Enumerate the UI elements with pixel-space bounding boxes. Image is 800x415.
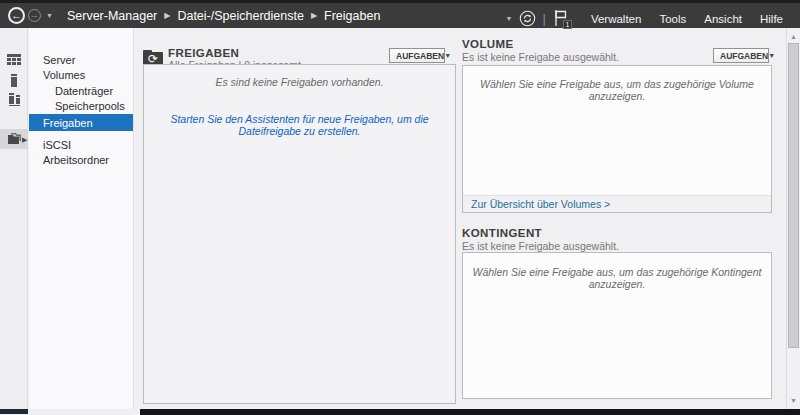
sidebar-item-volumes[interactable]: Volumes [29, 68, 133, 84]
breadcrumb-section[interactable]: Datei-/Speicherdienste [177, 9, 303, 23]
scroll-up-icon[interactable]: ▲ [787, 30, 800, 43]
quota-panel-title: KONTINGENT [462, 227, 542, 239]
sidebar-item-iscsi[interactable]: iSCSI [29, 137, 133, 153]
new-share-wizard-link[interactable]: Starten Sie den Assistenten für neue Fre… [144, 113, 455, 137]
toolbar-divider: | [543, 11, 546, 26]
dashboard-icon[interactable] [0, 50, 28, 70]
volume-panel-subtitle: Es ist keine Freigabe ausgewählt. [462, 51, 619, 63]
scroll-down-icon[interactable]: ▼ [787, 394, 800, 407]
back-button[interactable]: ← [8, 7, 25, 24]
quota-empty-area: Wählen Sie eine Freigabe aus, um das zug… [462, 252, 772, 399]
shares-empty-text: Es sind keine Freigaben vorhanden. [144, 76, 455, 88]
bottom-left-screen-edge [0, 409, 28, 414]
quota-panel-subtitle: Es ist keine Freigabe ausgewählt. [462, 240, 619, 252]
breadcrumb-separator-icon: ▶ [164, 11, 170, 20]
refresh-icon[interactable] [519, 10, 536, 27]
scrollbar-thumb[interactable] [788, 43, 799, 348]
breadcrumb-current: Freigaben [324, 9, 380, 23]
volume-empty-text: Wählen Sie eine Freigabe aus, um das zug… [463, 78, 771, 102]
breadcrumb-separator-icon: ▶ [311, 11, 317, 20]
title-bar: ← → ▼ Server-Manager ▶ Datei-/Speicherdi… [0, 0, 800, 28]
sidebar-navigation: Server Volumes Datenträger Speicherpools… [29, 28, 134, 409]
notifications-flag-icon[interactable]: 1 [553, 9, 570, 28]
server-manager-window: ← → ▼ Server-Manager ▶ Datei-/Speicherdi… [0, 0, 800, 415]
volume-panel-title: VOLUME [462, 38, 514, 50]
breadcrumb: Server-Manager ▶ Datei-/Speicherdienste … [67, 9, 380, 23]
vertical-scrollbar[interactable]: ▲ ▼ [786, 28, 800, 409]
breadcrumb-root[interactable]: Server-Manager [67, 9, 157, 23]
shares-tasks-button[interactable]: AUFGABEN ▼ [389, 48, 445, 63]
quota-empty-text: Wählen Sie eine Freigabe aus, um das zug… [463, 266, 771, 290]
nav-icon-strip: ▶ [0, 28, 28, 409]
shares-tasks-label: AUFGABEN [396, 51, 444, 61]
strip-expand-arrow-icon[interactable]: ▶ [22, 136, 27, 144]
bottom-screen-edge [140, 409, 800, 415]
sidebar-item-speicherpools[interactable]: Speicherpools [29, 99, 133, 115]
menu-tools[interactable]: Tools [650, 13, 695, 25]
menu-hilfe[interactable]: Hilfe [751, 13, 792, 25]
sidebar-item-freigaben[interactable]: Freigaben [29, 114, 133, 131]
chevron-down-icon: ▼ [444, 52, 451, 59]
shares-empty-area: Es sind keine Freigaben vorhanden. Start… [143, 64, 456, 404]
volume-empty-area: Wählen Sie eine Freigabe aus, um das zug… [462, 65, 772, 213]
all-servers-icon[interactable] [0, 89, 28, 109]
volume-tasks-button[interactable]: AUFGABEN ▼ [713, 48, 769, 63]
volumes-overview-link[interactable]: Zur Übersicht über Volumes > [471, 198, 610, 210]
volume-tasks-label: AUFGABEN [720, 51, 768, 61]
nav-history-chevron-icon[interactable]: ▼ [46, 12, 53, 19]
forward-button[interactable]: → [28, 9, 41, 22]
server-dropdown-chevron-icon[interactable]: ▼ [506, 15, 513, 22]
sidebar-item-arbeitsordner[interactable]: Arbeitsordner [29, 153, 133, 169]
volume-footer: Zur Übersicht über Volumes > [463, 195, 771, 212]
menu-ansicht[interactable]: Ansicht [695, 13, 751, 25]
notification-count-badge: 1 [563, 20, 572, 29]
local-server-icon[interactable] [0, 70, 28, 90]
shares-panel-title: FREIGABEN [168, 47, 239, 59]
menu-verwalten[interactable]: Verwalten [582, 13, 651, 25]
sidebar-item-datentraeger[interactable]: Datenträger [29, 83, 133, 99]
sidebar-item-server[interactable]: Server [29, 52, 133, 68]
chevron-down-icon: ▼ [768, 52, 775, 59]
